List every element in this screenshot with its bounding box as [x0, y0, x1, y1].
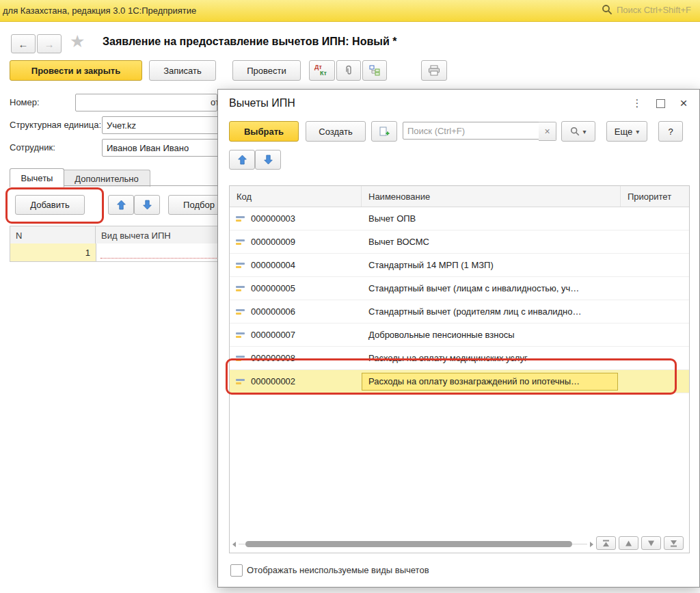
triangle-up-icon	[625, 540, 632, 547]
structure-icon	[369, 65, 380, 76]
dialog-maximize-button[interactable]	[651, 95, 669, 111]
write-button[interactable]: Записать	[149, 60, 216, 81]
list-row[interactable]: 000000003 Вычет ОПВ	[230, 207, 689, 230]
printer-icon	[428, 65, 440, 76]
more-button[interactable]: Еще ▾	[606, 121, 647, 142]
search-icon	[570, 127, 580, 136]
go-first-icon	[602, 540, 610, 547]
row-code: 000000009	[251, 237, 295, 247]
go-last-button[interactable]	[664, 536, 684, 550]
show-unused-label: Отображать неиспользуемые виды вычетов	[247, 565, 429, 575]
search-icon	[602, 4, 612, 15]
row-code: 000000003	[251, 213, 295, 224]
dialog-close-button[interactable]: ×	[675, 95, 692, 111]
close-icon: ×	[679, 96, 687, 111]
select-button[interactable]: Выбрать	[229, 121, 299, 142]
row-name: Расходы на оплату медицинских услуг	[362, 353, 621, 363]
global-search[interactable]: Поиск Ctrl+Shift+F	[602, 4, 691, 15]
tab-deductions[interactable]: Вычеты	[10, 168, 64, 187]
global-search-placeholder: Поиск Ctrl+Shift+F	[617, 5, 691, 15]
row-code: 000000006	[251, 306, 295, 317]
arrow-up-icon	[117, 200, 126, 210]
scroll-left-icon[interactable]	[232, 542, 236, 547]
catalog-item-icon	[235, 285, 245, 293]
list-row[interactable]: 000000006 Стандартный вычет (родителям л…	[230, 300, 689, 324]
print-button[interactable]	[421, 60, 447, 81]
catalog-item-icon	[235, 308, 245, 316]
row-name: Вычет ОПВ	[362, 213, 621, 224]
catalog-item-icon	[235, 331, 245, 339]
forward-button[interactable]: →	[37, 34, 62, 53]
number-label: Номер:	[10, 97, 40, 107]
back-icon: ←	[18, 38, 29, 50]
attachments-button[interactable]	[336, 60, 361, 81]
tab-additional[interactable]: Дополнительно	[63, 170, 150, 187]
favorite-star-icon[interactable]: ★	[70, 31, 85, 51]
list-header: Код Наименование Приоритет	[230, 186, 689, 207]
new-item-plus-icon	[379, 126, 390, 137]
selected-cell[interactable]: Расходы на оплату вознаграждений по ипот…	[362, 373, 618, 391]
list-row[interactable]: 000000004 Стандартный 14 МРП (1 МЗП)	[230, 254, 689, 277]
row-code: 000000008	[251, 353, 295, 363]
list-row[interactable]: 000000008 Расходы на оплату медицинских …	[230, 347, 689, 370]
list-row[interactable]: 000000005 Стандартный вычет (лицам с инв…	[230, 277, 689, 300]
list-row[interactable]: 000000007 Добровольные пенсионные взносы	[230, 324, 689, 347]
col-name: Наименование	[362, 186, 621, 207]
dt-kt-icon: Дт Кт	[314, 64, 330, 77]
chevron-down-icon: ▾	[636, 128, 639, 135]
scrollbar-thumb[interactable]	[245, 541, 572, 547]
catalog-item-icon	[235, 354, 245, 363]
go-first-button[interactable]	[596, 536, 616, 550]
list-row[interactable]: 000000009 Вычет ВОСМС	[230, 230, 689, 254]
clear-icon: ×	[544, 126, 550, 137]
move-row-down-button[interactable]	[134, 195, 160, 215]
back-button[interactable]: ←	[11, 34, 36, 53]
app-window: для Казахстана, редакция 3.0 1С:Предприя…	[0, 0, 700, 593]
catalog-item-icon	[235, 378, 245, 386]
number-input[interactable]	[75, 94, 217, 111]
move-row-up-button[interactable]	[108, 195, 134, 215]
search-options-button[interactable]: ▾	[561, 121, 595, 142]
go-up-button[interactable]	[619, 536, 638, 550]
dt-kt-button[interactable]: Дт Кт	[309, 60, 335, 81]
grid-row-1-number: 1	[10, 243, 96, 261]
menu-dots-icon: ⋮	[632, 97, 643, 109]
search-clear-button[interactable]: ×	[539, 122, 556, 141]
catalog-item-icon	[235, 215, 245, 223]
row-name: Стандартный вычет (лицам с инвалидностью…	[362, 283, 621, 293]
row-name: Вычет ВОСМС	[362, 237, 621, 247]
scroll-right-icon[interactable]	[590, 542, 593, 547]
show-unused-checkbox[interactable]	[230, 564, 243, 577]
scrollbar-track[interactable]	[239, 541, 587, 547]
col-priority: Приоритет	[621, 186, 689, 207]
row-name: Стандартный 14 МРП (1 МЗП)	[362, 260, 621, 270]
list-row-selected[interactable]: 000000002 Расходы на оплату вознагражден…	[230, 370, 689, 393]
help-button[interactable]: ?	[658, 121, 683, 142]
dialog-menu-button[interactable]: ⋮	[628, 95, 646, 111]
list-search-input[interactable]	[403, 122, 539, 140]
create-group-button[interactable]	[371, 121, 397, 142]
col-code: Код	[230, 186, 362, 207]
row-code: 000000002	[251, 376, 295, 386]
unit-label: Структурная единица:	[10, 120, 101, 130]
deductions-list: Код Наименование Приоритет 000000003 Выч…	[229, 185, 690, 553]
grid-col-type: Вид вычета ИПН	[96, 230, 171, 241]
structure-button[interactable]	[362, 60, 387, 81]
catalog-item-icon	[235, 238, 245, 246]
page-title: Заявление на предоставление вычетов ИПН:…	[103, 36, 396, 48]
maximize-icon	[656, 99, 665, 108]
horizontal-scrollbar[interactable]	[232, 540, 593, 548]
dialog-title: Вычеты ИПН	[229, 97, 295, 109]
move-up-button[interactable]	[229, 150, 255, 170]
forward-icon: →	[44, 38, 55, 50]
add-row-button[interactable]: Добавить	[15, 195, 85, 215]
post-and-close-button[interactable]: Провести и закрыть	[10, 60, 142, 81]
employee-label: Сотрудник:	[10, 142, 55, 153]
move-down-button[interactable]	[255, 150, 281, 170]
go-down-button[interactable]	[641, 536, 661, 550]
catalog-item-icon	[235, 261, 245, 269]
row-code: 000000004	[251, 260, 295, 270]
post-button[interactable]: Провести	[232, 60, 301, 81]
app-titlebar: для Казахстана, редакция 3.0 1С:Предприя…	[0, 0, 700, 22]
create-button[interactable]: Создать	[306, 121, 366, 142]
